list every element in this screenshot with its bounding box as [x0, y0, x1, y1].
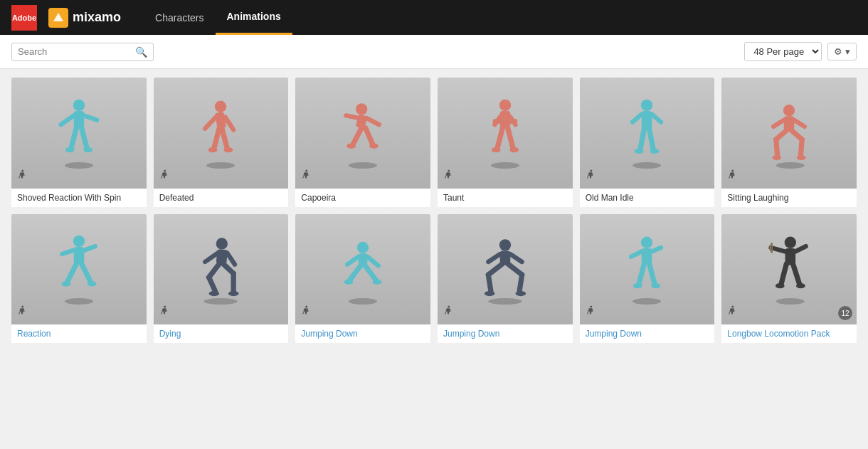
animation-card[interactable]: Jumping Down: [580, 214, 715, 344]
nav-links: Characters Animations: [144, 0, 292, 35]
svg-line-49: [650, 129, 653, 149]
animation-card[interactable]: 12Longbow Locomotion Pack: [721, 214, 857, 344]
search-button[interactable]: 🔍: [135, 46, 147, 58]
svg-line-37: [494, 120, 515, 122]
animation-card[interactable]: Capoeira: [295, 78, 430, 207]
run-icon: [16, 169, 28, 184]
svg-line-114: [640, 264, 645, 284]
card-title: Shoved Reaction With Spin: [11, 189, 147, 207]
run-icon: [584, 305, 597, 320]
svg-point-62: [773, 155, 782, 160]
main-content: Shoved Reaction With Spin Defeated Capoe…: [0, 69, 868, 352]
mixamo-logo-icon: [48, 8, 68, 28]
svg-line-24: [346, 115, 360, 118]
svg-point-28: [346, 143, 356, 148]
svg-point-117: [652, 283, 661, 288]
card-title: Taunt: [438, 189, 573, 207]
card-title: Dying: [154, 324, 289, 343]
svg-point-40: [492, 147, 501, 152]
search-right-controls: 48 Per page ⚙ ▾: [744, 42, 857, 61]
svg-line-104: [488, 275, 491, 292]
svg-line-112: [632, 252, 642, 257]
card-preview: [438, 214, 573, 325]
card-preview: [154, 78, 289, 189]
svg-point-72: [61, 282, 70, 287]
adobe-logo: Adobe: [11, 5, 37, 31]
animation-card[interactable]: Jumping Down: [295, 214, 430, 344]
svg-point-31: [491, 162, 519, 169]
card-preview: [721, 78, 857, 189]
svg-point-120: [785, 237, 796, 248]
card-preview: [295, 214, 430, 325]
card-title: Capoeira: [295, 189, 430, 207]
svg-line-5: [84, 115, 97, 120]
search-input[interactable]: [18, 46, 132, 57]
svg-line-14: [206, 117, 216, 128]
animation-card[interactable]: Sitting Laughing: [721, 78, 857, 207]
svg-point-119: [776, 298, 805, 305]
svg-line-60: [776, 139, 778, 156]
svg-line-70: [67, 264, 76, 282]
card-title: Sitting Laughing: [721, 189, 857, 207]
card-preview: [438, 78, 573, 189]
svg-line-68: [62, 250, 73, 254]
svg-point-43: [633, 162, 661, 169]
svg-point-97: [488, 298, 522, 305]
svg-line-38: [497, 127, 502, 147]
svg-line-79: [228, 253, 235, 265]
svg-point-1: [65, 162, 93, 169]
svg-point-9: [83, 147, 92, 152]
svg-point-110: [641, 237, 652, 248]
svg-point-64: [732, 169, 734, 171]
svg-line-26: [354, 127, 362, 144]
svg-line-101: [510, 254, 522, 262]
per-page-select[interactable]: 48 Per page: [744, 42, 822, 61]
card-preview: [11, 214, 147, 325]
card-title: Reaction: [11, 324, 147, 343]
run-icon: [726, 305, 739, 320]
run-icon: [442, 169, 455, 184]
svg-point-8: [65, 147, 75, 152]
svg-point-88: [357, 242, 369, 253]
animation-card[interactable]: Dying: [154, 214, 289, 344]
run-icon: [158, 169, 171, 184]
animation-card[interactable]: Old Man Idle: [580, 78, 715, 207]
nav-characters[interactable]: Characters: [144, 0, 215, 35]
svg-line-61: [801, 139, 803, 156]
svg-point-107: [515, 291, 526, 296]
svg-point-108: [448, 306, 450, 308]
animation-card[interactable]: Taunt: [438, 78, 573, 207]
search-wrapper: 🔍: [11, 43, 154, 61]
svg-line-27: [366, 127, 373, 144]
svg-line-113: [652, 248, 662, 251]
svg-point-2: [73, 99, 85, 110]
svg-point-21: [349, 162, 377, 169]
animation-card[interactable]: Defeated: [154, 78, 289, 207]
svg-point-42: [448, 169, 450, 171]
nav-animations[interactable]: Animations: [216, 0, 292, 35]
card-preview: [580, 214, 715, 325]
animation-card[interactable]: Reaction: [11, 214, 147, 344]
svg-point-94: [344, 280, 354, 285]
svg-point-85: [228, 291, 239, 296]
svg-line-82: [209, 278, 216, 292]
svg-line-115: [650, 264, 655, 284]
settings-button[interactable]: ⚙ ▾: [827, 43, 857, 60]
svg-line-69: [84, 246, 95, 250]
card-preview: [295, 78, 430, 189]
svg-point-10: [21, 169, 23, 171]
svg-marker-0: [53, 13, 63, 21]
search-bar: 🔍 48 Per page ⚙ ▾: [0, 35, 868, 69]
svg-line-39: [507, 127, 512, 147]
svg-point-95: [373, 280, 382, 285]
svg-line-91: [368, 257, 379, 266]
svg-line-78: [206, 253, 218, 263]
svg-point-66: [73, 236, 85, 247]
svg-point-65: [65, 298, 93, 305]
svg-point-116: [633, 283, 642, 288]
animation-card[interactable]: Jumping Down: [438, 214, 573, 344]
svg-line-56: [773, 120, 784, 127]
svg-point-98: [499, 239, 511, 250]
navbar: Adobe mixamo Characters Animations: [0, 0, 868, 35]
animation-card[interactable]: Shoved Reaction With Spin: [11, 78, 147, 207]
